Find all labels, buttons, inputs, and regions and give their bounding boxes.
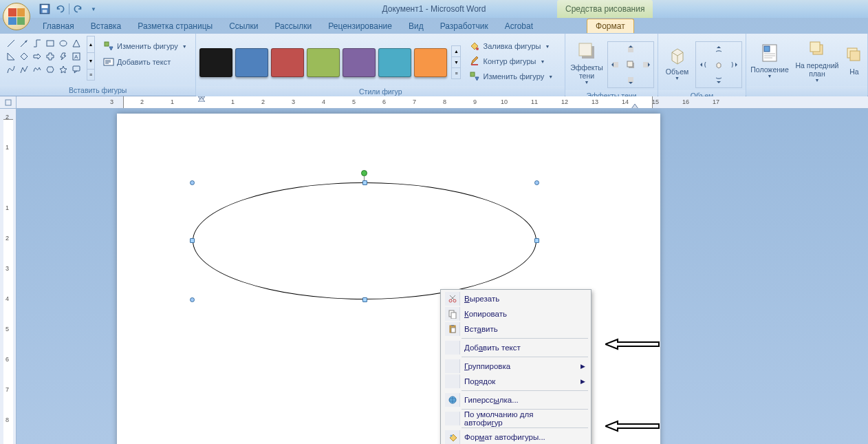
contextual-tab-label: Средства рисования	[557, 0, 653, 18]
style-scroll-up[interactable]: ▲	[452, 46, 460, 57]
undo-button[interactable]	[54, 3, 66, 15]
handle-nw[interactable]	[190, 180, 195, 185]
shape-outline-button[interactable]: Контур фигуры ▼	[466, 54, 556, 69]
handle-w[interactable]	[190, 238, 195, 243]
shadow-toggle[interactable]	[623, 57, 638, 72]
tab-mailings[interactable]: Рассылки	[266, 19, 320, 33]
shape-scribble[interactable]	[31, 63, 43, 76]
shadow-nudge-down[interactable]	[623, 72, 638, 87]
handle-e[interactable]	[534, 238, 539, 243]
save-button[interactable]	[39, 3, 51, 15]
ctx-copy[interactable]: Копировать	[442, 306, 589, 321]
tab-insert[interactable]: Вставка	[83, 19, 130, 33]
position-button[interactable]: Положение ▼	[750, 36, 790, 84]
tab-home[interactable]: Главная	[34, 19, 83, 33]
handle-sw[interactable]	[190, 297, 195, 302]
ctx-order[interactable]: Порядок ▶	[442, 374, 589, 389]
tab-references[interactable]: Ссылки	[221, 19, 266, 33]
ctx-grouping[interactable]: Группировка ▶	[442, 359, 589, 374]
chevron-down-icon: ▼	[545, 44, 550, 49]
ctx-paste[interactable]: Вставить	[442, 321, 589, 337]
3d-tilt-right[interactable]	[726, 57, 741, 72]
hanging-indent-marker[interactable]	[198, 96, 205, 103]
style-more[interactable]: ≡	[452, 68, 460, 78]
qat-more-button[interactable]: ▼	[87, 3, 100, 15]
shadow-nudge-left[interactable]	[608, 57, 623, 72]
3d-tilt-left[interactable]	[696, 57, 711, 72]
ruler-corner[interactable]	[0, 96, 17, 109]
3d-tilt-down[interactable]	[711, 72, 726, 87]
separator	[462, 409, 588, 410]
handle-ne[interactable]	[534, 180, 539, 185]
style-swatch-2[interactable]	[235, 48, 268, 77]
redo-button[interactable]	[72, 3, 85, 15]
style-swatch-4[interactable]	[307, 48, 340, 77]
tab-view[interactable]: Вид	[400, 19, 432, 33]
ctx-hyperlink[interactable]: Гиперссылка...	[442, 392, 589, 408]
ctx-add-text[interactable]: Добавить текст	[442, 340, 589, 355]
style-swatch-1[interactable]	[199, 48, 232, 77]
bring-front-button[interactable]: На передний план ▼	[792, 36, 842, 84]
shape-hexagon[interactable]	[44, 63, 56, 76]
shape-diamond[interactable]	[18, 50, 30, 63]
tab-format[interactable]: Формат	[587, 19, 634, 33]
right-indent-marker[interactable]	[631, 103, 638, 109]
tab-review[interactable]: Рецензирование	[320, 19, 400, 33]
ctx-cut[interactable]: Вырезать	[442, 291, 589, 306]
horizontal-ruler[interactable]: 3 2 1 1 2 3 4 5 6 7 8 9 10 11 12 13 14 1…	[17, 96, 868, 109]
style-swatch-5[interactable]	[343, 48, 376, 77]
svg-rect-17	[470, 72, 475, 76]
shape-plus[interactable]	[44, 50, 56, 63]
3d-toggle[interactable]	[711, 57, 726, 72]
shape-callout[interactable]	[70, 63, 83, 76]
shape-style-gallery[interactable]: ▲ ▼ ≡	[199, 36, 461, 79]
shapes-gallery[interactable]: A	[3, 36, 84, 77]
shadow-nudge-right[interactable]	[638, 57, 653, 72]
svg-rect-25	[628, 77, 633, 83]
ctx-format[interactable]: Формат автофигуры...	[442, 430, 589, 444]
handle-s[interactable]	[362, 297, 367, 302]
send-back-button[interactable]: На	[845, 36, 864, 84]
shape-connector[interactable]	[31, 37, 43, 50]
rotation-handle[interactable]	[361, 170, 367, 176]
shapes-scroll-down[interactable]: ▼	[87, 53, 94, 70]
shadow-effects-button[interactable]: Эффекты тени ▼	[569, 38, 605, 86]
shape-ellipse-selected[interactable]	[193, 182, 536, 299]
3d-effects-button[interactable]: Объем ▼	[662, 38, 693, 86]
tab-developer[interactable]: Разработчик	[432, 19, 497, 33]
style-scroll-down[interactable]: ▼	[452, 57, 460, 68]
3d-tilt-up[interactable]	[711, 42, 726, 57]
shape-line[interactable]	[5, 37, 17, 50]
shape-lightning[interactable]	[57, 50, 69, 63]
tab-layout[interactable]: Разметка страницы	[129, 19, 221, 33]
handle-n[interactable]	[362, 180, 367, 185]
shape-rect[interactable]	[44, 37, 56, 50]
shadow-nudge-up[interactable]	[623, 42, 638, 57]
ctx-default[interactable]: По умолчанию для автофигур	[442, 411, 589, 426]
shapes-scroll-up[interactable]: ▲	[87, 36, 94, 53]
shape-star[interactable]	[57, 63, 69, 76]
shapes-more[interactable]: ≡	[87, 70, 94, 80]
tab-acrobat[interactable]: Acrobat	[497, 19, 541, 33]
chevron-down-icon: ▼	[815, 78, 820, 83]
ctx-add-text-label: Добавить текст	[464, 343, 521, 352]
style-swatch-3[interactable]	[271, 48, 304, 77]
shape-freeform[interactable]	[18, 63, 30, 76]
shape-textbox[interactable]: A	[70, 50, 83, 63]
shape-arrow[interactable]	[18, 37, 30, 50]
style-swatch-6[interactable]	[378, 48, 411, 77]
separator	[462, 390, 588, 391]
shape-fill-button[interactable]: Заливка фигуры ▼	[466, 39, 556, 54]
add-text-button[interactable]: Добавить текст	[100, 54, 190, 70]
shape-triangle[interactable]	[70, 37, 83, 50]
shape-curve[interactable]	[5, 63, 17, 76]
style-swatch-7[interactable]	[414, 48, 447, 77]
paste-icon	[445, 322, 460, 336]
change-shape-button[interactable]: Изменить фигуру ▼	[100, 39, 190, 54]
shape-ellipse[interactable]	[57, 37, 69, 50]
shape-rtriangle[interactable]	[5, 50, 17, 63]
office-button[interactable]	[3, 3, 30, 30]
shape-arrow-r[interactable]	[31, 50, 43, 63]
vertical-ruler[interactable]: 2 1 1 2 3 4 5 6 7 8 9 10	[0, 109, 17, 444]
change-shape2-button[interactable]: Изменить фигуру ▼	[466, 69, 556, 84]
